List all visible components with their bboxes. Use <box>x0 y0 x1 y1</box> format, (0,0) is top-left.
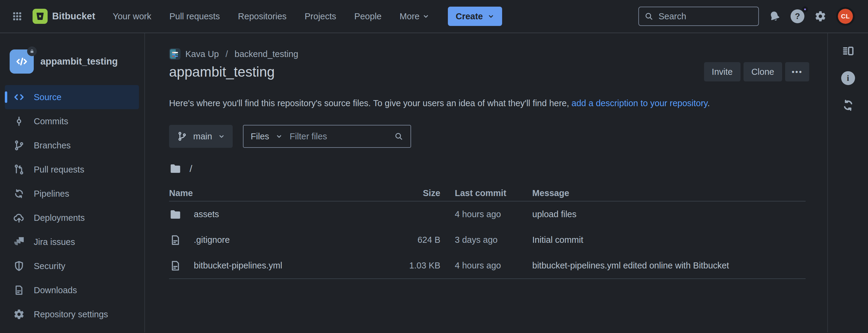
search-icon <box>394 132 403 141</box>
search-icon <box>644 12 653 21</box>
chevron-down-icon <box>218 133 225 140</box>
sidebar-item-pipelines[interactable]: Pipelines <box>5 182 139 206</box>
lock-icon <box>27 47 37 56</box>
settings-button[interactable] <box>813 9 828 24</box>
sync-icon <box>842 99 855 112</box>
repo-header[interactable]: appambit_testing <box>0 50 144 74</box>
nav-projects[interactable]: Projects <box>296 0 345 33</box>
gear-icon <box>814 10 827 22</box>
last-commit-link[interactable]: 4 hours ago <box>440 209 532 219</box>
file-icon <box>169 234 182 246</box>
repo-nav: Source Commits Branches Pull requests <box>0 85 144 326</box>
active-indicator <box>5 91 7 103</box>
nav-people[interactable]: People <box>345 0 391 33</box>
right-rail: i <box>827 33 868 332</box>
sidebar-item-commits[interactable]: Commits <box>5 109 139 133</box>
sidebar-item-deployments[interactable]: Deployments <box>5 206 139 230</box>
table-row: bitbucket-pipelines.yml 1.03 KB 4 hours … <box>169 253 806 278</box>
avatar: CL <box>838 9 853 24</box>
more-options-button[interactable]: ••• <box>785 62 809 81</box>
repo-avatar <box>10 50 34 74</box>
repository-details-button[interactable]: i <box>841 71 855 85</box>
table-row: .gitignore 624 B 3 days ago Initial comm… <box>169 227 806 253</box>
chevron-down-icon <box>423 13 429 20</box>
add-description-link[interactable]: add a description to your repository <box>571 98 707 108</box>
bitbucket-logo-icon[interactable] <box>33 9 48 24</box>
file-name-link[interactable]: .gitignore <box>194 235 230 245</box>
branch-icon <box>13 139 25 152</box>
commit-message: bitbucket-pipelines.yml edited online wi… <box>532 260 806 271</box>
global-search[interactable] <box>638 7 759 26</box>
folder-icon <box>169 208 182 221</box>
file-filter: Files <box>243 125 411 148</box>
sidebar-item-source[interactable]: Source <box>5 85 139 109</box>
sidebar-item-pull-requests[interactable]: Pull requests <box>5 158 139 182</box>
nav-repositories[interactable]: Repositories <box>229 0 296 33</box>
filter-files-input[interactable] <box>289 131 388 142</box>
primary-nav: Your work Pull requests Repositories Pro… <box>104 0 438 33</box>
sidebar-item-branches[interactable]: Branches <box>5 133 139 158</box>
create-button[interactable]: Create <box>448 7 502 26</box>
source-toolbar: main Files <box>169 125 809 148</box>
clone-button[interactable]: Clone <box>744 62 782 81</box>
help-button[interactable]: ? <box>790 9 805 24</box>
nav-more[interactable]: More <box>391 0 438 33</box>
branch-selector[interactable]: main <box>169 125 233 148</box>
project-avatar <box>169 48 181 60</box>
file-size: 1.03 KB <box>380 260 440 271</box>
bell-icon <box>768 10 781 23</box>
notification-dot-badge <box>802 6 808 12</box>
table-header-row: Name Size Last commit Message <box>169 185 806 201</box>
repo-name-label: appambit_testing <box>40 56 118 67</box>
breadcrumb-separator: / <box>224 49 230 59</box>
notifications-button[interactable] <box>767 9 782 24</box>
nav-your-work[interactable]: Your work <box>104 0 160 33</box>
file-name-link[interactable]: assets <box>194 209 219 219</box>
document-icon <box>13 284 25 297</box>
info-icon: i <box>841 71 855 85</box>
brand-wordmark[interactable]: Bitbucket <box>52 11 95 22</box>
sidebar-item-repository-settings[interactable]: Repository settings <box>5 302 139 326</box>
sync-button[interactable] <box>841 98 855 112</box>
file-size: 624 B <box>380 235 440 245</box>
shield-icon <box>13 260 25 272</box>
header-message: Message <box>532 188 806 198</box>
last-commit-link[interactable]: 4 hours ago <box>440 260 532 271</box>
top-navbar: Bitbucket Your work Pull requests Reposi… <box>0 0 868 33</box>
nav-pull-requests[interactable]: Pull requests <box>160 0 229 33</box>
side-panel-icon <box>842 45 855 57</box>
commit-message: upload files <box>532 209 806 219</box>
commit-icon <box>13 115 25 128</box>
last-commit-link[interactable]: 3 days ago <box>440 235 532 245</box>
path-label: / <box>190 163 192 174</box>
breadcrumb: Kava Up / backend_testing <box>169 48 809 60</box>
search-input[interactable] <box>658 11 753 22</box>
header-name: Name <box>169 188 380 198</box>
sidebar-item-downloads[interactable]: Downloads <box>5 278 139 302</box>
repo-description: Here's where you'll find this repository… <box>169 98 809 109</box>
sidebar-item-jira-issues[interactable]: Jira issues <box>5 230 139 254</box>
profile-button[interactable]: CL <box>836 7 855 26</box>
breadcrumb-project-link[interactable]: Kava Up <box>185 49 219 59</box>
code-icon <box>13 91 25 104</box>
repo-actions: Invite Clone ••• <box>704 62 809 81</box>
gear-icon <box>13 308 25 321</box>
file-name-link[interactable]: bitbucket-pipelines.yml <box>194 260 282 271</box>
jira-icon <box>13 235 25 248</box>
repo-sidebar: appambit_testing Source Commits Br <box>0 33 145 332</box>
pipelines-icon <box>13 187 25 200</box>
sidebar-item-security[interactable]: Security <box>5 254 139 278</box>
chevron-down-icon[interactable] <box>276 133 282 140</box>
file-icon <box>169 259 182 272</box>
pull-request-icon <box>13 163 25 176</box>
current-path: / <box>169 162 809 175</box>
deployments-icon <box>13 212 25 224</box>
breadcrumb-repo-link[interactable]: backend_testing <box>235 49 298 59</box>
header-size: Size <box>380 188 440 198</box>
source-page: Kava Up / backend_testing appambit_testi… <box>145 33 827 332</box>
chevron-down-icon <box>488 13 494 20</box>
invite-button[interactable]: Invite <box>704 62 741 81</box>
toggle-details-panel-button[interactable] <box>841 44 855 58</box>
files-dropdown[interactable]: Files <box>251 132 269 141</box>
app-switcher-button[interactable] <box>9 8 25 24</box>
